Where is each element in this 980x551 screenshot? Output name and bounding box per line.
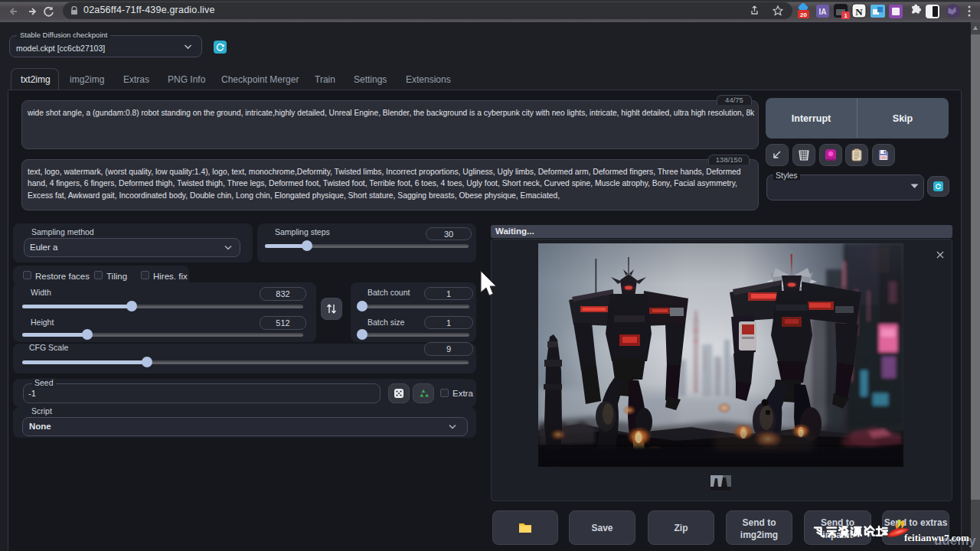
- svg-text:IA: IA: [819, 8, 827, 16]
- svg-text:1: 1: [844, 12, 847, 19]
- svg-text:20: 20: [800, 11, 807, 18]
- svg-text:N: N: [855, 6, 863, 18]
